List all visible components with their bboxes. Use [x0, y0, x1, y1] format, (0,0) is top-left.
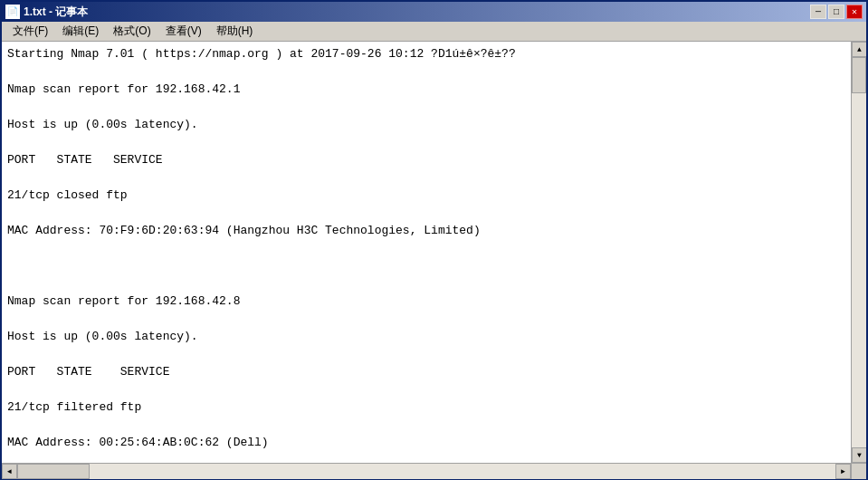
text-line: Host is up (0.00s latency). — [7, 328, 845, 346]
menu-help[interactable]: 帮助(H) — [209, 22, 261, 41]
menu-view[interactable]: 查看(V) — [158, 22, 209, 41]
title-bar-left: 📄 1.txt - 记事本 — [5, 5, 88, 20]
scroll-thumb-horizontal[interactable] — [17, 464, 90, 479]
text-line: PORT STATE SERVICE — [7, 363, 845, 381]
text-line: PORT STATE SERVICE — [7, 151, 845, 169]
menu-format[interactable]: 格式(O) — [106, 22, 157, 41]
scroll-down-button[interactable]: ▼ — [852, 447, 866, 463]
text-line: 21/tcp closed ftp — [7, 187, 845, 205]
title-buttons: ─ □ ✕ — [810, 5, 863, 19]
vertical-scrollbar[interactable]: ▲ ▼ — [851, 42, 866, 463]
bottom-area: ◄ ► — [2, 463, 866, 478]
scroll-right-button[interactable]: ► — [835, 464, 851, 479]
menu-file[interactable]: 文件(F) — [5, 22, 55, 41]
text-line: MAC Address: 00:25:64:AB:0C:62 (Dell) — [7, 434, 845, 452]
text-line: 21/tcp filtered ftp — [7, 398, 845, 417]
scroll-track-horizontal[interactable] — [17, 464, 835, 479]
menu-bar: 文件(F) 编辑(E) 格式(O) 查看(V) 帮助(H) — [2, 22, 866, 42]
text-line — [7, 257, 845, 275]
scroll-corner — [851, 464, 866, 479]
text-line: Nmap scan report for 192.168.42.8 — [7, 293, 845, 311]
main-window: 📄 1.txt - 记事本 ─ □ ✕ 文件(F) 编辑(E) 格式(O) 查看… — [0, 0, 868, 480]
text-line: Host is up (0.00s latency). — [7, 116, 845, 134]
scroll-track-vertical[interactable] — [852, 57, 866, 447]
text-line: MAC Address: 70:F9:6D:20:63:94 (Hangzhou… — [7, 222, 845, 240]
minimize-button[interactable]: ─ — [810, 5, 826, 19]
maximize-button[interactable]: □ — [828, 5, 844, 19]
horizontal-scrollbar[interactable]: ◄ ► — [2, 464, 851, 478]
text-line: Starting Nmap 7.01 ( https://nmap.org ) … — [7, 45, 845, 63]
text-editor[interactable]: Starting Nmap 7.01 ( https://nmap.org ) … — [2, 42, 851, 463]
text-line: Nmap scan report for 192.168.42.1 — [7, 81, 845, 99]
scroll-thumb-vertical[interactable] — [852, 57, 866, 93]
menu-edit[interactable]: 编辑(E) — [55, 22, 106, 41]
title-bar: 📄 1.txt - 记事本 ─ □ ✕ — [2, 2, 866, 22]
scroll-up-button[interactable]: ▲ — [852, 42, 866, 57]
content-area: Starting Nmap 7.01 ( https://nmap.org ) … — [2, 42, 866, 463]
window-title: 1.txt - 记事本 — [24, 5, 88, 20]
scroll-left-button[interactable]: ◄ — [2, 464, 17, 479]
app-icon: 📄 — [5, 5, 20, 19]
close-button[interactable]: ✕ — [846, 5, 863, 19]
